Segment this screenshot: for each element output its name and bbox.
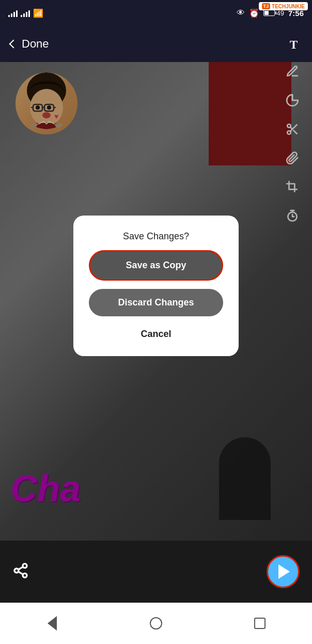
dialog-overlay: Save Changes? Save as Copy Discard Chang… xyxy=(0,62,312,541)
dialog-title: Save Changes? xyxy=(123,231,189,242)
done-button[interactable]: Done xyxy=(10,37,49,51)
main-content: ♥ Cha Save Changes? Save as Copy Discard… xyxy=(0,62,312,541)
share-icon[interactable] xyxy=(12,562,29,581)
nav-recents-button[interactable] xyxy=(252,616,268,631)
svg-text:T: T xyxy=(290,38,298,51)
text-icon[interactable]: T xyxy=(287,37,302,51)
chevron-left-icon xyxy=(9,40,18,49)
status-left: 📶 xyxy=(8,8,43,18)
discard-changes-button[interactable]: Discard Changes xyxy=(89,289,223,316)
done-label: Done xyxy=(22,37,49,51)
recents-square-icon xyxy=(254,618,266,629)
svg-line-22 xyxy=(18,572,23,574)
signal-bar-2 xyxy=(21,9,30,17)
top-toolbar: Done T xyxy=(0,26,312,62)
nav-home-button[interactable] xyxy=(148,616,164,631)
battery-icon xyxy=(263,10,275,16)
alarm-icon: ⏰ xyxy=(249,8,259,18)
nav-back-button[interactable] xyxy=(44,616,60,631)
photo-background: ♥ Cha Save Changes? Save as Copy Discard… xyxy=(0,62,312,541)
send-button[interactable] xyxy=(267,555,300,588)
watermark-tj: TJ xyxy=(262,3,271,9)
watermark-brand: TECHJUNKIE xyxy=(272,4,305,9)
wifi-icon: 📶 xyxy=(33,8,43,18)
watermark: TJ TECHJUNKIE xyxy=(259,2,308,10)
signal-bar-1 xyxy=(8,9,18,17)
cancel-button[interactable]: Cancel xyxy=(130,325,181,344)
eye-icon: 👁 xyxy=(237,8,245,18)
nav-bar xyxy=(0,603,312,644)
battery-fill xyxy=(264,11,269,15)
save-changes-dialog: Save Changes? Save as Copy Discard Chang… xyxy=(73,216,239,356)
save-as-copy-button[interactable]: Save as Copy xyxy=(89,250,223,281)
home-circle-icon xyxy=(150,617,162,630)
svg-line-23 xyxy=(18,567,23,570)
play-icon xyxy=(278,564,290,579)
back-arrow-icon xyxy=(48,616,57,631)
bottom-action-area xyxy=(0,541,312,603)
